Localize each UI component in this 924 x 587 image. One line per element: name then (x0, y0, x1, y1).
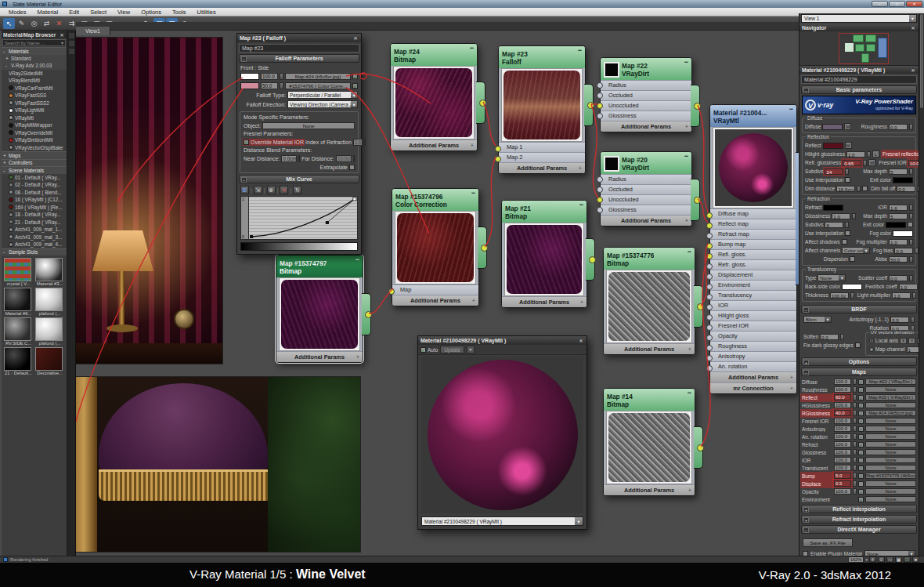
sample-slot-crystal-v[interactable]: crystal [ V... (4, 258, 33, 286)
map-button[interactable]: None (865, 433, 916, 440)
browser-vraymtlwrapper[interactable]: VRayMtlWrapper (2, 121, 67, 129)
spinner[interactable] (853, 402, 857, 408)
node-header[interactable]: Map #20VRayDirt− (601, 152, 691, 174)
map-button[interactable]: None (865, 402, 916, 408)
input-socket-diffuse-map[interactable] (706, 212, 713, 219)
output-socket[interactable] (694, 197, 701, 204)
node-view[interactable]: View1 Map #24Bitmap−Additional Params+Ma… (76, 22, 799, 556)
pin-icon[interactable]: ▾ (467, 346, 475, 353)
expand-icon[interactable]: + (3, 160, 9, 165)
node-input-radius[interactable]: Radius (601, 80, 691, 90)
menu-material[interactable]: Material (32, 9, 64, 16)
map-enable-checkbox[interactable] (858, 481, 864, 487)
map-button[interactable]: None (865, 457, 916, 463)
node-input-displacement[interactable]: Displacement (710, 270, 796, 280)
node-header[interactable]: Map #14Bitmap− (604, 389, 695, 411)
node-input-refr-gloss[interactable]: Refr. gloss. (710, 259, 796, 270)
map-button[interactable]: Map #20 ( V-RayDirt ) (865, 394, 916, 400)
node-map15374797[interactable]: Map #15374797Bitmap−Additional Params+ (276, 255, 363, 363)
map-enable-checkbox[interactable]: ✓ (858, 426, 864, 432)
falloff-type-dropdown[interactable]: Perpendicular / Parallel▾ (287, 91, 358, 99)
node-params-row[interactable]: Additional Params+ (601, 215, 691, 226)
spinner[interactable] (850, 292, 854, 299)
spinner[interactable] (857, 186, 861, 192)
spinner[interactable] (853, 410, 857, 416)
map-amount-field[interactable]: 100.0 (834, 386, 851, 393)
scrollbar[interactable] (919, 13, 924, 556)
spinner[interactable] (909, 213, 913, 219)
browser-21-default-vray[interactable]: 21 - Default ( VRay... (2, 219, 67, 226)
spinner[interactable] (909, 275, 913, 281)
node-input-refl-gloss[interactable]: Refl. gloss. (710, 249, 796, 259)
map-amount-field[interactable]: 100.0 (834, 379, 851, 385)
map-amount-field[interactable]: 60.0 (834, 394, 851, 400)
near-distance-field[interactable]: 0.0cm (281, 155, 297, 162)
output-socket[interactable] (587, 102, 594, 109)
input-socket-an-rotation[interactable] (706, 365, 713, 371)
spinner[interactable] (853, 394, 857, 400)
map-button[interactable]: Map #22 ( VRayDirt ) (865, 379, 916, 385)
spinner[interactable] (909, 239, 913, 245)
node-params-row[interactable]: mr Connection+ (710, 382, 796, 393)
node-map15374796[interactable]: Map #15374796Color Correction−MapAdditio… (392, 188, 479, 306)
spinner[interactable] (867, 151, 871, 158)
browser-vray2sidedmtl[interactable]: VRay2SidedMtl (2, 70, 67, 78)
spinner[interactable] (853, 465, 857, 471)
search-input[interactable]: Search by Name ... ▾ (2, 39, 66, 46)
map-enable-checkbox[interactable]: ✓ (858, 466, 864, 471)
sample-slot-decorative[interactable]: Decorative... (35, 347, 64, 375)
node-input-opacity[interactable]: Opacity (710, 331, 796, 341)
node-map24[interactable]: Map #24Bitmap−Additional Params+ (390, 43, 478, 151)
map-button[interactable]: None (865, 449, 916, 455)
param-value-field[interactable]: 1.0 (892, 292, 911, 299)
spinner[interactable] (853, 449, 857, 455)
spinner[interactable] (364, 139, 366, 146)
checkbox[interactable] (855, 342, 861, 348)
rollout-falloff-parameters[interactable]: −Falloff Parameters (239, 54, 359, 63)
param-value-field[interactable]: 1.0 (899, 284, 918, 290)
browser-vraycarpaintmtl[interactable]: VRayCarPaintMtl (2, 85, 67, 92)
node-map15374776[interactable]: Map #15374776Bitmap−Additional Params+ (603, 247, 695, 355)
color-swatch[interactable] (893, 230, 913, 237)
move-children-tool[interactable]: ⇄ (41, 18, 52, 29)
param-button-m[interactable]: M (845, 142, 852, 149)
chevron-down-icon[interactable]: ▾ (61, 40, 63, 45)
sample-slot-rv-side-c[interactable]: RV.SIDE.C... (4, 317, 33, 346)
input-socket-radius[interactable] (597, 176, 603, 183)
local-axis-radio[interactable] (869, 339, 874, 343)
spinner[interactable] (909, 124, 913, 130)
add-point-tool[interactable]: ⊕ (267, 186, 276, 194)
node-input-occluded[interactable]: Occluded (601, 184, 691, 194)
color-swatch[interactable] (842, 284, 862, 290)
browser-arch41-009-mat-4[interactable]: Arch41_009_mat_4... (2, 241, 67, 248)
node-map20[interactable]: Map #20VRayDirt−RadiusOccludedUnoccluded… (600, 151, 692, 226)
browser-maps[interactable]: +Maps (2, 151, 67, 159)
tab-view1[interactable]: View1 (76, 27, 110, 35)
spinner[interactable] (853, 433, 857, 440)
browser-arch41-009-mat-3[interactable]: Arch41_009_mat_3... (2, 234, 67, 241)
browser-01-default-vray[interactable]: 01 - Default ( VRay... (2, 174, 67, 182)
spinner[interactable] (909, 168, 913, 175)
ior-field[interactable]: 1.6 (353, 139, 363, 146)
browser-08-default-blend[interactable]: 08 - Default ( Blend... (2, 189, 67, 197)
map-amount-field[interactable]: 100.0 (834, 449, 851, 455)
front-color-swatch[interactable] (240, 73, 259, 80)
browser-scene-materials[interactable]: -Scene Materials (2, 166, 67, 174)
node-input-occluded[interactable]: Occluded (601, 90, 691, 100)
minimize-button[interactable]: – (872, 1, 888, 7)
param-value-field[interactable]: 50.0 (889, 256, 908, 263)
zoom-extents-selected-icon[interactable]: □ (904, 556, 911, 563)
map-enable-checkbox[interactable]: ✓ (858, 387, 864, 393)
spinner[interactable] (853, 426, 857, 432)
menu-utilities[interactable]: Utilities (192, 9, 222, 16)
node-input-roughness[interactable]: Roughness (710, 341, 796, 351)
input-socket-opacity[interactable] (706, 335, 713, 341)
browser-materials[interactable]: -Materials (2, 47, 67, 55)
node-params-row[interactable]: Additional Params+ (276, 351, 363, 362)
map-enable-checkbox[interactable]: ✓ (858, 458, 864, 463)
spinner[interactable] (912, 292, 916, 299)
spinner[interactable] (280, 82, 283, 89)
output-socket[interactable] (365, 311, 372, 318)
map-amount-field[interactable]: 100.0 (834, 441, 851, 447)
node-params-row[interactable]: Additional Params+ (502, 296, 587, 307)
